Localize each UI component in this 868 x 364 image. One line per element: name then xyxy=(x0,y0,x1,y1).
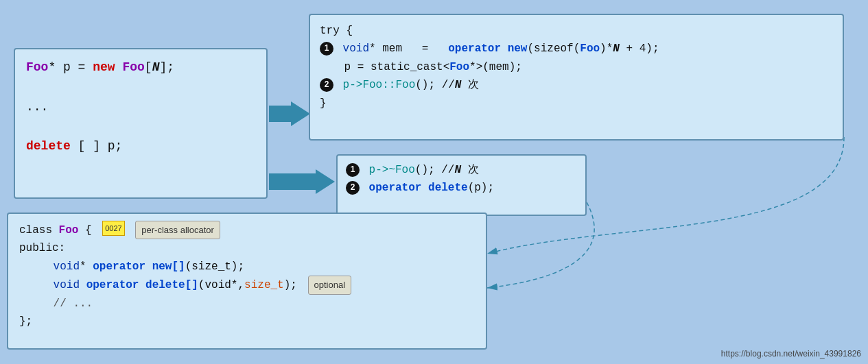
left-line-3: ... xyxy=(26,97,255,117)
try-line-2: p = static_cast<Foo*>(mem); xyxy=(320,58,833,76)
left-code-box: Foo* p = new Foo[N]; ... delete [ ] p; xyxy=(14,48,268,199)
try-code-box: try { 1 void* mem = operator new(sizeof(… xyxy=(309,14,844,141)
bottom-arrow xyxy=(269,169,335,194)
try-line-1: 1 void* mem = operator new(sizeof(Foo)*N… xyxy=(320,40,833,58)
left-line-4 xyxy=(26,117,255,136)
try-header: try { xyxy=(320,22,833,40)
badge-d1: 1 xyxy=(346,163,360,177)
class-footer: }; xyxy=(19,313,475,330)
arrow-body-top xyxy=(269,106,291,122)
line-number-badge: 0027 xyxy=(102,221,124,236)
class-public: public: xyxy=(19,239,475,257)
top-arrow xyxy=(269,101,310,126)
tooltip-optional: optional xyxy=(308,276,352,294)
left-line-5: delete [ ] p; xyxy=(26,136,255,156)
main-container: Foo* p = new Foo[N]; ... delete [ ] p; t… xyxy=(0,0,868,364)
class-header: class Foo { 0027 per-class allocator xyxy=(19,221,475,239)
badge-d2: 2 xyxy=(346,181,360,195)
arrow-head-bottom xyxy=(316,169,335,194)
class-delete: void operator delete[](void*,size_t); op… xyxy=(19,276,475,294)
tooltip-per-class: per-class allocator xyxy=(135,221,220,239)
try-line-3: 2 p->Foo::Foo(); //N 次 xyxy=(320,76,833,94)
try-footer: } xyxy=(320,95,833,112)
delete-line-2: 2 operator delete(p); xyxy=(346,179,577,197)
arrow-head-top xyxy=(291,101,310,126)
badge-2: 2 xyxy=(320,78,333,92)
arrow-body-bottom xyxy=(269,173,316,190)
badge-1: 1 xyxy=(320,42,333,56)
class-new: void* operator new[](size_t); xyxy=(19,258,475,276)
foo-class-name: Foo xyxy=(26,60,48,74)
delete-code-box: 1 p->~Foo(); //N 次 2 operator delete(p); xyxy=(336,154,587,216)
watermark: https://blog.csdn.net/weixin_43991826 xyxy=(721,349,861,359)
left-line-2 xyxy=(26,77,255,97)
delete-line-1: 1 p->~Foo(); //N 次 xyxy=(346,161,577,179)
class-comment: // ... xyxy=(19,295,475,313)
class-code-box: class Foo { 0027 per-class allocator pub… xyxy=(7,213,487,350)
left-line-1: Foo* p = new Foo[N]; xyxy=(26,58,255,77)
